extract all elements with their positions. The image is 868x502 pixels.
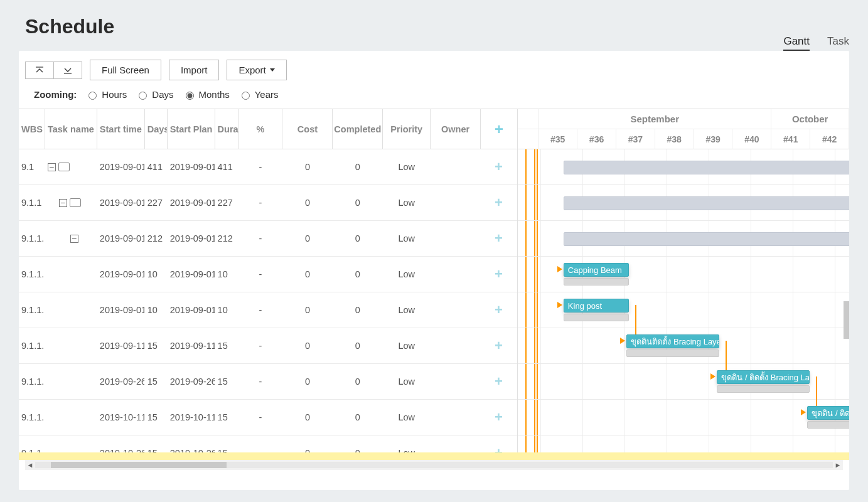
col-pct[interactable]: % — [239, 109, 283, 149]
tab-task[interactable]: Task — [827, 35, 849, 51]
add-task-button[interactable]: + — [495, 195, 503, 211]
week-header: #37 — [616, 129, 655, 149]
grid-header: WBS Task name Start time Days Start Plan… — [19, 109, 517, 149]
gantt-summary-bar[interactable] — [564, 232, 849, 246]
chevron-down-bar-icon — [63, 67, 73, 74]
export-label: Export — [238, 65, 265, 75]
collapse-down-button[interactable] — [54, 61, 82, 79]
collapse-toggle[interactable]: – — [70, 235, 78, 243]
gantt-pane[interactable]: SeptemberOctober #35#36#37#38#39#40#41#4… — [518, 109, 849, 470]
add-task-button[interactable]: + — [495, 159, 503, 175]
gantt-card: Full Screen Import Export Zooming: Hours… — [19, 51, 849, 490]
timeline-header: SeptemberOctober #35#36#37#38#39#40#41#4… — [518, 109, 849, 149]
zoom-option-days[interactable]: Days — [136, 89, 173, 100]
gantt-task-bar[interactable]: King post — [564, 299, 629, 312]
add-task-button[interactable]: + — [495, 302, 503, 318]
horizontal-scrollbar[interactable]: ◄ ► — [25, 460, 843, 470]
scroll-thumb[interactable] — [51, 462, 227, 468]
table-row[interactable]: 9.1.1.12019-09-01102019-09-0110-00Low+ — [19, 257, 517, 292]
gantt-row: King post — [518, 292, 849, 328]
gantt-task-bar[interactable]: ขุดดิน / ติดตั้ง — [807, 406, 849, 420]
gantt-plan-bar — [564, 278, 629, 286]
gantt-row — [518, 149, 849, 185]
table-row[interactable]: 9.1.1.12019-09-26152019-09-2615-00Low+ — [19, 364, 517, 400]
col-days[interactable]: Days — [145, 109, 168, 149]
week-header: #36 — [577, 129, 616, 149]
gantt-task-bar[interactable]: ขุดดินติดตั้ง Bracing Layer — [626, 334, 719, 348]
week-header: #38 — [655, 129, 694, 149]
collapse-up-button[interactable] — [25, 61, 54, 79]
week-header: #41 — [771, 129, 810, 149]
fullscreen-button[interactable]: Full Screen — [90, 60, 161, 80]
footer-highlight — [19, 452, 849, 460]
add-task-button[interactable]: + — [495, 338, 503, 354]
gantt-summary-bar[interactable] — [564, 196, 849, 210]
zoom-label: Zooming: — [34, 89, 77, 100]
chevron-up-bar-icon — [35, 67, 45, 74]
table-row[interactable]: 9.1.1–2019-09-012272019-09-01227-00Low+ — [19, 185, 517, 221]
col-cost[interactable]: Cost — [282, 109, 333, 149]
col-name[interactable]: Task name — [45, 109, 97, 149]
col-start[interactable]: Start time — [97, 109, 145, 149]
col-wbs[interactable]: WBS — [19, 109, 45, 149]
gantt-plan-bar — [717, 385, 809, 393]
gantt-row: ขุดดิน / ติดตั้ง Bracing La — [518, 364, 849, 400]
vertical-scroll-indicator[interactable] — [844, 301, 849, 339]
gantt-row: Capping Beam — [518, 257, 849, 292]
col-priority[interactable]: Priority — [383, 109, 431, 149]
month-header: September — [538, 109, 771, 129]
col-startplan[interactable]: Start Plan — [168, 109, 215, 149]
caret-down-icon — [270, 68, 275, 72]
table-row[interactable]: 9.1.1.12019-09-01102019-09-0110-00Low+ — [19, 292, 517, 328]
gantt-row: ขุดดินติดตั้ง Bracing Layer — [518, 328, 849, 364]
scroll-right-arrow[interactable]: ► — [833, 461, 843, 469]
add-task-button[interactable]: + — [495, 230, 503, 247]
toolbar: Full Screen Import Export — [19, 55, 849, 80]
zoom-option-hours[interactable]: Hours — [85, 89, 127, 100]
collapse-toggle[interactable]: – — [59, 199, 67, 207]
tab-gantt[interactable]: Gantt — [783, 35, 810, 51]
add-task-button[interactable]: + — [495, 266, 503, 282]
gantt-plan-bar — [807, 421, 849, 429]
table-row[interactable]: 9.1.1.12019-10-11152019-10-1115-00Low+ — [19, 400, 517, 435]
week-header: #42 — [810, 129, 849, 149]
zoom-controls: Zooming: Hours Days Months Years — [19, 80, 849, 109]
col-completed[interactable]: Completed — [333, 109, 383, 149]
gantt-row — [518, 185, 849, 221]
import-button[interactable]: Import — [169, 60, 220, 80]
table-row[interactable]: 9.1.1.1–2019-09-012122019-09-01212-00Low… — [19, 221, 517, 257]
col-owner[interactable]: Owner — [431, 109, 481, 149]
export-button[interactable]: Export — [227, 60, 286, 80]
gantt-row — [518, 221, 849, 257]
table-row[interactable]: 9.1.1.12019-09-11152019-09-1115-00Low+ — [19, 328, 517, 364]
gantt-summary-bar[interactable] — [564, 161, 849, 174]
zoom-option-years[interactable]: Years — [238, 89, 279, 100]
page-title: Schedule — [25, 15, 114, 38]
gantt-task-bar[interactable]: Capping Beam — [564, 263, 629, 277]
gantt-row: ขุดดิน / ติดตั้ง — [518, 400, 849, 435]
col-dur[interactable]: Dura — [215, 109, 239, 149]
scroll-left-arrow[interactable]: ◄ — [25, 461, 35, 469]
collapse-toggle[interactable]: – — [48, 163, 56, 171]
week-header: #39 — [694, 129, 733, 149]
zoom-option-months[interactable]: Months — [183, 89, 230, 100]
table-row[interactable]: 9.1–2019-09-014112019-09-01411-00Low+ — [19, 149, 517, 185]
chart-body: Capping BeamKing postขุดดินติดตั้ง Braci… — [518, 149, 849, 470]
gantt-plan-bar — [564, 314, 629, 321]
gantt-plan-bar — [626, 350, 719, 357]
week-header: #35 — [538, 129, 577, 149]
month-header: October — [771, 109, 849, 129]
plus-icon: + — [495, 120, 503, 138]
folder-icon — [58, 163, 70, 171]
folder-icon — [70, 198, 81, 207]
add-task-button[interactable]: + — [495, 373, 503, 390]
col-add[interactable]: + — [481, 109, 517, 149]
view-tabs: Gantt Task — [783, 35, 849, 51]
add-task-button[interactable]: + — [495, 409, 503, 425]
gantt-task-bar[interactable]: ขุดดิน / ติดตั้ง Bracing La — [717, 370, 809, 384]
scroll-track[interactable] — [35, 462, 833, 468]
grid-pane: WBS Task name Start time Days Start Plan… — [19, 109, 518, 470]
week-header: #40 — [732, 129, 771, 149]
